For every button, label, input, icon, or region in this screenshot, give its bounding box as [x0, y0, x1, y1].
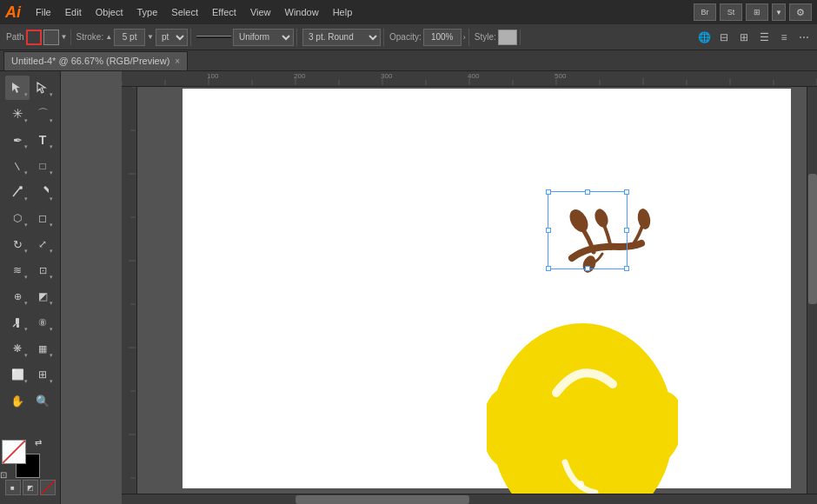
paintbrush-tool[interactable]: ▾ [5, 180, 30, 204]
menu-view[interactable]: View [244, 4, 277, 20]
line-tools-row: / ▾ □ ▾ [0, 153, 60, 179]
align-center-icon[interactable]: ☰ [754, 28, 774, 47]
pencil-tool[interactable]: ▾ [30, 180, 55, 204]
eraser-tool[interactable]: ◻ ▾ [30, 206, 55, 230]
magic-wand-tool[interactable]: ✳ ▾ [5, 102, 30, 126]
svg-rect-6 [16, 318, 19, 324]
slice-tool[interactable]: ⊞ ▾ [30, 362, 55, 387]
warp-width-row: ≋ ▾ ⊡ ▾ [0, 257, 60, 283]
property-toolbar: Path ▼ Stroke: ▲ ▼ pt px Uniform Width P… [0, 24, 817, 50]
tab-title: Untitled-4* @ 66.67% (RGB/Preview) [11, 56, 169, 66]
tab-close-button[interactable]: × [175, 56, 180, 66]
vertical-scrollbar[interactable] [807, 87, 817, 494]
lemon-illustration [487, 176, 678, 504]
menu-edit[interactable]: Edit [59, 4, 88, 20]
eyedropper-tool[interactable]: ▾ [5, 310, 30, 335]
shape-builder-tool[interactable]: ⊕ ▾ [5, 284, 30, 308]
opacity-chevron[interactable]: › [463, 33, 466, 42]
fill-swatch[interactable] [43, 30, 59, 45]
app-logo: Ai [5, 3, 21, 22]
rect-tool[interactable]: □ ▾ [30, 154, 55, 178]
svg-rect-4 [43, 186, 49, 194]
left-toolbar: ▾ ▾ ✳ ▾ ⌒ ▾ ✒ ▾ T ▾ [0, 71, 61, 504]
opacity-group: Opacity: › [387, 29, 469, 46]
svg-marker-0 [12, 83, 20, 93]
stroke-label: Stroke: [76, 32, 104, 42]
style-swatch[interactable] [498, 30, 517, 45]
direct-select-tool[interactable]: ▾ [30, 76, 55, 100]
align-right-icon[interactable]: ≡ [774, 28, 794, 47]
align-left-icon[interactable]: ⊞ [734, 28, 754, 47]
scale-tool[interactable]: ⤢ ▾ [30, 232, 55, 256]
stroke-increase[interactable]: ▼ [147, 33, 154, 41]
svg-line-7 [13, 324, 16, 327]
rotate-tool[interactable]: ↻ ▾ [5, 232, 30, 256]
svg-text:300: 300 [381, 72, 393, 80]
graph-tool[interactable]: ▦ ▾ [30, 336, 55, 361]
stroke-value-input[interactable] [114, 29, 145, 46]
opacity-input[interactable] [423, 29, 462, 46]
align-distribute-icon[interactable]: ⊟ [714, 28, 734, 47]
stroke-decrease[interactable]: ▲ [105, 33, 112, 41]
main-area: ▾ ▾ ✳ ▾ ⌒ ▾ ✒ ▾ T ▾ [0, 71, 817, 504]
artboard-tool[interactable]: ⬜ ▾ [5, 362, 30, 387]
lasso-tool[interactable]: ⌒ ▾ [30, 102, 55, 126]
blend-tool[interactable]: ⑧ ▾ [30, 310, 55, 335]
more-options-icon[interactable]: ⋯ [794, 28, 814, 47]
menu-file[interactable]: File [30, 4, 57, 20]
pen-tools-row: ✒ ▾ T ▾ [0, 127, 60, 153]
pen-tool[interactable]: ✒ ▾ [5, 128, 30, 152]
canvas-area[interactable]: 100 200 300 400 500 [61, 71, 817, 504]
globe-icon[interactable]: 🌐 [694, 28, 714, 47]
workspace-icon[interactable]: ⊞ [746, 3, 768, 21]
svg-text:100: 100 [207, 72, 219, 80]
menu-select[interactable]: Select [165, 4, 204, 20]
menu-window[interactable]: Window [279, 4, 325, 20]
stock-icon[interactable]: St [720, 3, 742, 21]
menu-type[interactable]: Type [131, 4, 164, 20]
select-tool[interactable]: ▾ [5, 76, 30, 100]
symbol-sprayer-tool[interactable]: ❋ ▾ [5, 336, 30, 361]
zoom-tool[interactable]: 🔍 [30, 388, 55, 413]
free-transform-tool[interactable]: ⊡ ▾ [30, 258, 55, 282]
line-preview [196, 36, 231, 38]
workspace-dropdown[interactable]: ▼ [772, 3, 786, 21]
bridge-icon[interactable]: Br [694, 3, 716, 21]
type-tool[interactable]: T ▾ [30, 128, 55, 152]
hand-tool[interactable]: ✋ [5, 388, 30, 413]
search-icon[interactable]: ⚙ [789, 3, 812, 21]
menu-help[interactable]: Help [327, 4, 359, 20]
menu-object[interactable]: Object [90, 4, 130, 20]
swap-colors-icon[interactable]: ⇄ [35, 438, 42, 448]
gradient-mode-btn[interactable]: ◩ [23, 480, 38, 495]
vertical-ruler [122, 87, 137, 504]
blob-tool[interactable]: ⬡ ▾ [5, 206, 30, 230]
shape-builder-row: ⊕ ▾ ◩ ▾ [0, 283, 60, 309]
symbol-graph-row: ❋ ▾ ▦ ▾ [0, 335, 60, 361]
line-type-select[interactable]: Uniform Width Profile 1 [233, 29, 294, 46]
svg-point-45 [577, 481, 584, 487]
path-dropdown-arrow[interactable]: ▼ [61, 33, 68, 41]
gradient-tool[interactable]: ◩ ▾ [30, 284, 55, 308]
brush-size-group: 3 pt. Round 5 pt. Round 1 pt. Round [300, 29, 384, 46]
stroke-unit-select[interactable]: pt px [156, 29, 188, 46]
line-tool[interactable]: / ▾ [5, 154, 30, 178]
color-mode-btn[interactable]: ■ [5, 480, 21, 495]
tabbar: Untitled-4* @ 66.67% (RGB/Preview) × [0, 50, 817, 71]
brush-size-select[interactable]: 3 pt. Round 5 pt. Round 1 pt. Round [302, 29, 381, 46]
menu-effect[interactable]: Effect [206, 4, 242, 20]
reset-colors-icon[interactable]: ⊡ [0, 470, 7, 480]
stroke-color-swatch[interactable] [26, 30, 42, 45]
svg-point-46 [566, 206, 592, 235]
horizontal-scrollbar[interactable] [122, 494, 817, 504]
select-tools-row: ▾ ▾ [0, 75, 60, 101]
document-tab[interactable]: Untitled-4* @ 66.67% (RGB/Preview) × [3, 51, 188, 70]
style-label: Style: [475, 32, 496, 42]
none-mode-btn[interactable] [40, 480, 56, 495]
foreground-color-swatch[interactable] [2, 440, 26, 464]
color-swatches: ⊡ ⇄ [2, 440, 40, 478]
horizontal-ruler: 100 200 300 400 500 [122, 71, 817, 87]
blob-eraser-row: ⬡ ▾ ◻ ▾ [0, 205, 60, 231]
artboard [183, 89, 791, 488]
warp-tool[interactable]: ≋ ▾ [5, 258, 30, 282]
